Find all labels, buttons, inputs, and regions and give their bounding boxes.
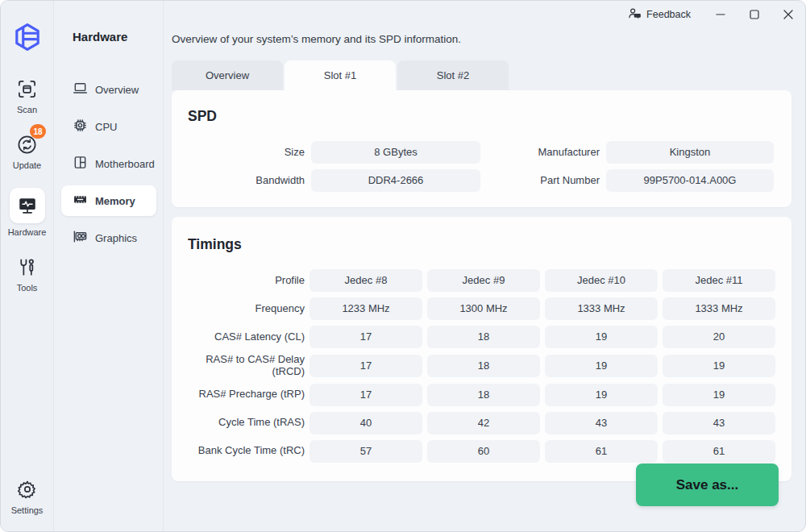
- timings-cell: 17: [310, 326, 422, 348]
- spd-card: SPD Size 8 GBytes Manufacturer Kingston …: [172, 90, 791, 207]
- timings-cell: 19: [545, 355, 658, 377]
- spd-title: SPD: [188, 108, 775, 125]
- timings-cell: Jedec #8: [310, 269, 422, 292]
- spd-size-value: 8 GBytes: [311, 141, 480, 164]
- sidebar-item-label: Update: [13, 160, 41, 170]
- cpu-icon: [73, 118, 88, 135]
- minimize-button[interactable]: [704, 2, 737, 27]
- timings-cell: Jedec #10: [545, 269, 658, 292]
- timings-cell: 19: [545, 326, 658, 348]
- subnav-title: Hardware: [55, 30, 163, 44]
- spd-grid: Size 8 GBytes Manufacturer Kingston Band…: [188, 141, 775, 192]
- timings-row-label: Frequency: [188, 303, 305, 315]
- timings-cell: 18: [427, 355, 540, 377]
- titlebar: Feedback: [628, 1, 805, 28]
- timings-cell: 43: [663, 412, 775, 434]
- tab-slot-2[interactable]: Slot #2: [397, 60, 509, 90]
- main-content: Overview of your system’s memory and its…: [164, 1, 805, 531]
- nav-item-label: Graphics: [95, 232, 137, 244]
- timings-table: Profile Jedec #8 Jedec #9 Jedec #10 Jede…: [188, 269, 775, 463]
- tools-icon: [15, 255, 39, 279]
- spd-manufacturer-value: Kingston: [606, 141, 774, 164]
- timings-cell: 43: [545, 412, 658, 434]
- save-as-button[interactable]: Save as...: [636, 463, 779, 506]
- nav-item-memory[interactable]: Memory: [61, 185, 156, 216]
- feedback-label: Feedback: [646, 9, 691, 20]
- spd-bandwidth-value: DDR4-2666: [311, 169, 480, 192]
- timings-cell: 40: [310, 412, 422, 434]
- sidebar-item-update[interactable]: 18 Update: [2, 132, 52, 170]
- memory-tabs: Overview Slot #1 Slot #2: [172, 60, 791, 90]
- nav-item-label: Motherboard: [95, 158, 155, 170]
- timings-cell: 17: [310, 384, 422, 406]
- timings-cell: 42: [427, 412, 540, 434]
- hardware-icon: [10, 188, 45, 223]
- close-button[interactable]: [771, 2, 805, 27]
- timings-cell: 1333 MHz: [545, 297, 658, 320]
- timings-row-label: RAS# Precharge (tRP): [188, 389, 305, 401]
- laptop-icon: [73, 81, 88, 98]
- spd-part-number-value: 99P5700-014.A00G: [606, 169, 774, 192]
- sidebar-item-settings[interactable]: Settings: [2, 477, 52, 515]
- sidebar-item-tools[interactable]: Tools: [2, 255, 52, 293]
- timings-row-label: Profile: [188, 275, 305, 287]
- tab-slot-1[interactable]: Slot #1: [285, 60, 396, 90]
- timings-cell: Jedec #9: [427, 269, 540, 292]
- sidebar-item-label: Hardware: [8, 227, 47, 237]
- sidebar-item-hardware[interactable]: Hardware: [2, 188, 52, 237]
- timings-cell: 20: [663, 326, 775, 348]
- sidebar: Scan 18 Update Hardware: [1, 1, 54, 531]
- timings-cell: 18: [427, 326, 540, 348]
- timings-cell: 1300 MHz: [427, 297, 540, 320]
- sidebar-item-label: Scan: [17, 105, 37, 114]
- feedback-icon: [628, 6, 642, 23]
- gear-icon: [15, 477, 39, 501]
- nav-item-graphics[interactable]: Graphics: [61, 222, 156, 253]
- timings-row-label: CAS# Latency (CL): [188, 331, 305, 343]
- timings-cell: 19: [545, 384, 658, 406]
- timings-card: Timings Profile Jedec #8 Jedec #9 Jedec …: [172, 217, 791, 481]
- app-logo-icon: [12, 22, 43, 52]
- scan-icon: [15, 77, 39, 101]
- sidebar-item-label: Settings: [11, 505, 44, 515]
- sidebar-item-label: Tools: [17, 283, 38, 293]
- tab-overview[interactable]: Overview: [172, 60, 283, 90]
- update-badge: 18: [30, 124, 45, 139]
- timings-cell: Jedec #11: [663, 269, 775, 292]
- timings-title: Timings: [188, 236, 775, 253]
- nav-item-label: CPU: [95, 121, 117, 133]
- timings-cell: 1233 MHz: [310, 297, 422, 320]
- app-window: Feedback: [0, 0, 806, 532]
- timings-cell: 19: [663, 384, 775, 406]
- spd-field-label: Manufacturer: [487, 147, 600, 159]
- gpu-icon: [73, 229, 88, 247]
- timings-cell: 17: [310, 355, 422, 377]
- maximize-button[interactable]: [737, 2, 771, 27]
- nav-item-motherboard[interactable]: Motherboard: [61, 148, 156, 179]
- timings-cell: 19: [663, 355, 775, 377]
- timings-cell: 1333 MHz: [663, 297, 775, 320]
- nav-item-cpu[interactable]: CPU: [61, 111, 156, 142]
- timings-cell: 57: [310, 440, 422, 463]
- timings-cell: 61: [663, 440, 775, 463]
- timings-row-label: Bank Cycle Time (tRC): [188, 445, 305, 457]
- nav-item-label: Memory: [95, 195, 135, 207]
- spd-field-label: Bandwidth: [188, 175, 305, 187]
- sidebar-item-scan[interactable]: Scan: [2, 77, 52, 114]
- nav-item-overview[interactable]: Overview: [61, 74, 156, 105]
- hardware-subnav: Hardware Overview CPU: [55, 1, 164, 531]
- timings-cell: 60: [427, 440, 540, 463]
- page-description: Overview of your system’s memory and its…: [172, 33, 791, 45]
- timings-row-label: Cycle Time (tRAS): [188, 417, 305, 429]
- nav-item-label: Overview: [95, 84, 139, 96]
- motherboard-icon: [73, 155, 88, 172]
- feedback-button[interactable]: Feedback: [628, 6, 691, 23]
- timings-cell: 61: [545, 440, 658, 463]
- spd-field-label: Part Number: [487, 175, 600, 187]
- timings-row-label: RAS# to CAS# Delay (tRCD): [188, 354, 305, 378]
- timings-cell: 18: [427, 384, 540, 406]
- spd-field-label: Size: [188, 147, 305, 159]
- memory-icon: [73, 192, 88, 210]
